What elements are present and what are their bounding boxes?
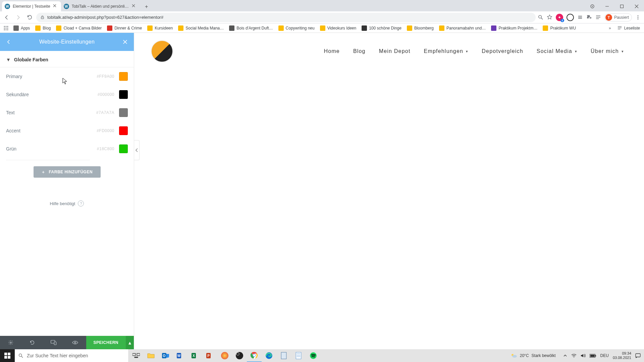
svg-text:X: X bbox=[193, 354, 195, 358]
bookmark-item[interactable]: Praktikum WU bbox=[541, 25, 578, 32]
app-generic-1-icon[interactable] bbox=[217, 349, 232, 362]
app-generic-2-icon[interactable] bbox=[276, 349, 291, 362]
taskbar-weather[interactable]: 20°C Stark bewölkt bbox=[511, 353, 556, 358]
tray-volume-icon[interactable] bbox=[581, 353, 586, 358]
color-row[interactable]: Text#7A7A7A bbox=[0, 104, 134, 122]
color-swatch[interactable] bbox=[119, 144, 128, 153]
nav-item[interactable]: Home bbox=[324, 48, 339, 54]
bookmark-item[interactable]: Cload + Canva Bilder bbox=[54, 25, 104, 32]
bookmark-item[interactable]: Apps bbox=[11, 25, 32, 32]
bookmark-item[interactable]: Social Media Mana… bbox=[176, 25, 226, 32]
section-global-colors[interactable]: ▼ Globale Farben bbox=[0, 51, 134, 67]
color-row[interactable]: Sekundäre#000000 bbox=[0, 85, 134, 104]
browser-tab[interactable]: WTobiTalk – Aktien und persönliche… bbox=[61, 1, 140, 11]
powerpoint-icon[interactable]: P bbox=[203, 349, 217, 362]
nav-item[interactable]: Empfehlungen▾ bbox=[424, 48, 469, 54]
panel-collapse-button[interactable] bbox=[134, 140, 140, 160]
help-link[interactable]: Hilfe benötigt ? bbox=[0, 187, 134, 220]
nav-item[interactable]: Depotvergleich bbox=[482, 48, 523, 54]
responsive-icon[interactable] bbox=[43, 336, 64, 349]
word-icon[interactable]: W bbox=[173, 349, 188, 362]
extensions-puzzle-icon[interactable] bbox=[586, 14, 592, 20]
bookmark-item[interactable]: Blog bbox=[33, 25, 53, 32]
color-swatch[interactable] bbox=[119, 108, 128, 117]
bookmark-item[interactable]: 100 schöne Dinge bbox=[360, 25, 404, 32]
bookmark-item[interactable]: Bloomberg bbox=[405, 25, 436, 32]
bookmark-item[interactable]: Panoramabahn und… bbox=[437, 25, 488, 32]
reload-button[interactable] bbox=[25, 13, 34, 22]
bookmark-star-icon[interactable] bbox=[547, 14, 552, 20]
start-button[interactable] bbox=[0, 349, 15, 362]
color-swatch[interactable] bbox=[119, 72, 128, 81]
reading-list-button[interactable]: Leseliste bbox=[615, 25, 642, 31]
history-icon[interactable] bbox=[21, 336, 43, 349]
url-field[interactable]: tobitalk.at/wp-admin/post.php?post=627&a… bbox=[36, 13, 536, 22]
maximize-button[interactable] bbox=[614, 1, 629, 11]
settings-icon[interactable] bbox=[0, 336, 21, 349]
close-tab-icon[interactable] bbox=[132, 4, 137, 9]
color-swatch[interactable] bbox=[119, 90, 128, 99]
edge-icon[interactable] bbox=[262, 349, 276, 362]
tray-language[interactable]: DEU bbox=[600, 353, 609, 358]
forward-button[interactable] bbox=[13, 13, 23, 22]
taskbar-clock[interactable]: 09:34 03.08.2021 bbox=[613, 351, 631, 360]
obs-icon[interactable] bbox=[232, 349, 247, 362]
site-logo[interactable] bbox=[151, 40, 173, 62]
notepad-icon[interactable] bbox=[291, 349, 306, 362]
search-icon bbox=[18, 353, 23, 358]
bookmark-item[interactable]: Praktikum Projektm… bbox=[489, 25, 539, 32]
close-tab-icon[interactable] bbox=[53, 4, 58, 9]
extension-pink-icon[interactable]: ✦4 bbox=[556, 14, 563, 21]
bookmarks-overflow-icon[interactable]: » bbox=[606, 26, 614, 31]
spotify-icon[interactable] bbox=[306, 349, 321, 362]
search-icon[interactable] bbox=[538, 14, 543, 20]
extension-circle-icon[interactable] bbox=[567, 14, 574, 21]
chrome-menu-icon[interactable] bbox=[635, 15, 641, 20]
outlook-icon[interactable]: O23 bbox=[158, 349, 173, 362]
close-window-button[interactable] bbox=[629, 1, 644, 11]
bookmark-label: Copywriting neu bbox=[286, 26, 315, 31]
bookmark-item[interactable]: Kursideen bbox=[145, 25, 175, 32]
extension-menu-icon[interactable] bbox=[577, 14, 583, 20]
back-button[interactable] bbox=[2, 13, 11, 22]
reading-list-icon[interactable] bbox=[595, 14, 601, 20]
bookmark-item[interactable]: Dinner & Crime bbox=[105, 25, 144, 32]
minimize-button[interactable] bbox=[600, 1, 614, 11]
account-indicator-icon[interactable] bbox=[585, 1, 600, 11]
apps-grid-icon[interactable] bbox=[2, 24, 10, 32]
save-options-button[interactable]: ▴ bbox=[126, 336, 134, 349]
preview-icon[interactable] bbox=[64, 336, 86, 349]
color-row[interactable]: Accent#FD0000 bbox=[0, 122, 134, 140]
profile-chip[interactable]: T Pausiert bbox=[604, 13, 632, 21]
browser-tab[interactable]: WElementor | Testseite bbox=[2, 1, 61, 11]
task-view-icon[interactable] bbox=[129, 349, 144, 362]
site-header: HomeBlogMein DepotEmpfehlungen▾Depotverg… bbox=[134, 33, 644, 70]
taskbar-search[interactable]: Zur Suche Text hier eingeben bbox=[15, 349, 129, 362]
bookmark-item[interactable]: Videokurs Ideen bbox=[318, 25, 359, 32]
color-row[interactable]: Primary#FF9A00 bbox=[0, 67, 134, 85]
preview-canvas[interactable]: HomeBlogMein DepotEmpfehlungen▾Depotverg… bbox=[134, 33, 644, 349]
nav-item[interactable]: Social Media▾ bbox=[537, 48, 577, 54]
add-color-button[interactable]: ＋ FARBE HINZUFÜGEN bbox=[34, 166, 101, 178]
tray-chevron-icon[interactable] bbox=[563, 354, 567, 358]
nav-item[interactable]: Über mich▾ bbox=[591, 48, 624, 54]
color-row[interactable]: Grün#18C800 bbox=[0, 140, 134, 158]
excel-icon[interactable]: X bbox=[188, 349, 203, 362]
bookmark-favicon bbox=[147, 25, 153, 31]
color-name: Sekundäre bbox=[6, 92, 29, 97]
nav-item[interactable]: Blog bbox=[353, 48, 366, 54]
bookmark-item[interactable]: Bois d'Argent Duft… bbox=[227, 25, 275, 32]
tray-wifi-icon[interactable] bbox=[571, 354, 577, 358]
save-button[interactable]: SPEICHERN bbox=[86, 336, 126, 349]
panel-close-button[interactable] bbox=[120, 37, 130, 47]
bookmark-item[interactable]: Copywriting neu bbox=[276, 25, 317, 32]
panel-back-button[interactable] bbox=[4, 37, 13, 47]
new-tab-button[interactable]: + bbox=[142, 2, 151, 11]
tray-battery-icon[interactable] bbox=[590, 354, 596, 358]
nav-item[interactable]: Mein Depot bbox=[379, 48, 411, 54]
file-explorer-icon[interactable] bbox=[144, 349, 158, 362]
color-swatch[interactable] bbox=[119, 126, 128, 135]
color-hex: #FD0000 bbox=[97, 128, 114, 133]
chrome-icon[interactable] bbox=[247, 349, 262, 362]
tray-notifications-icon[interactable] bbox=[635, 353, 641, 358]
